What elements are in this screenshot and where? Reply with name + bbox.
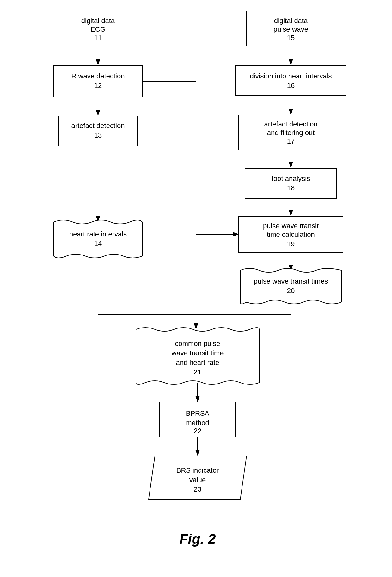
svg-rect-6 xyxy=(54,65,142,97)
svg-text:22: 22 xyxy=(194,427,201,435)
svg-text:13: 13 xyxy=(94,131,102,139)
svg-text:15: 15 xyxy=(287,34,295,42)
svg-text:common pulse: common pulse xyxy=(175,340,220,347)
svg-text:12: 12 xyxy=(94,82,102,89)
svg-text:21: 21 xyxy=(194,368,201,376)
svg-text:heart rate intervals: heart rate intervals xyxy=(69,230,127,238)
svg-text:foot analysis: foot analysis xyxy=(272,175,310,182)
svg-text:time calculation: time calculation xyxy=(267,230,315,238)
svg-text:digital data: digital data xyxy=(81,17,115,25)
svg-text:14: 14 xyxy=(94,240,102,248)
svg-text:division into heart intervals: division into heart intervals xyxy=(250,72,332,80)
svg-text:R wave detection: R wave detection xyxy=(71,72,125,80)
svg-rect-21 xyxy=(236,65,346,95)
svg-text:16: 16 xyxy=(287,82,295,89)
svg-text:pulse wave: pulse wave xyxy=(273,25,308,33)
svg-text:18: 18 xyxy=(287,184,295,192)
svg-text:17: 17 xyxy=(287,137,295,145)
svg-text:method: method xyxy=(186,419,209,427)
svg-text:19: 19 xyxy=(287,240,295,248)
svg-text:pulse wave transit times: pulse wave transit times xyxy=(254,277,328,285)
svg-text:ECG: ECG xyxy=(90,25,106,33)
svg-text:and heart rate: and heart rate xyxy=(176,359,219,366)
svg-text:BRS indicator: BRS indicator xyxy=(176,466,219,474)
svg-text:11: 11 xyxy=(94,34,102,42)
svg-text:digital data: digital data xyxy=(274,17,308,25)
diagram-svg: digital data ECG 11 R wave detection 12 … xyxy=(0,0,392,577)
svg-text:BPRSA: BPRSA xyxy=(186,409,210,417)
svg-text:value: value xyxy=(189,476,206,484)
svg-text:artefact detection: artefact detection xyxy=(264,120,318,128)
diagram-container: digital data ECG 11 R wave detection 12 … xyxy=(0,0,392,577)
svg-text:20: 20 xyxy=(287,287,295,295)
svg-text:wave transit time: wave transit time xyxy=(171,349,224,357)
svg-text:23: 23 xyxy=(194,485,201,493)
svg-rect-30 xyxy=(245,168,337,198)
svg-text:pulse wave transit: pulse wave transit xyxy=(263,222,319,230)
svg-text:and filtering out: and filtering out xyxy=(267,129,315,137)
svg-text:Fig. 2: Fig. 2 xyxy=(180,531,216,547)
svg-text:artefact detection: artefact detection xyxy=(71,122,125,130)
